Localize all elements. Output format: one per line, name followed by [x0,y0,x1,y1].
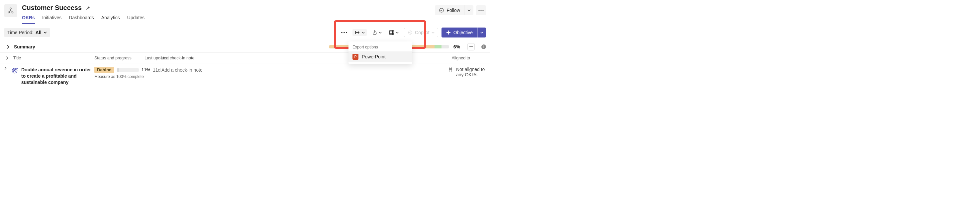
export-menu: Export options P PowerPoint [348,41,412,64]
tab-initiatives[interactable]: Initiatives [42,15,62,24]
tab-dashboards[interactable]: Dashboards [69,15,94,24]
export-item-label: PowerPoint [362,54,386,59]
chevron-down-icon [43,31,47,34]
svg-point-0 [10,8,11,9]
follow-label: Follow [447,8,460,13]
chevron-down-icon [379,31,382,34]
summary-label: Summary [14,44,35,49]
svg-point-12 [410,32,411,33]
svg-rect-13 [469,46,473,47]
grid-view-button[interactable] [387,28,401,36]
hierarchy-icon[interactable] [4,4,17,17]
aligned-to: Not aligned to any OKRs [456,66,485,77]
chevron-down-icon [431,31,434,34]
page-title: Customer Success [22,4,82,12]
svg-point-7 [341,32,342,33]
col-title: Title [13,56,21,60]
col-aligned: Aligned to [452,56,470,60]
new-objective-button: Objective [442,27,486,38]
tab-okrs[interactable]: OKRs [22,15,35,24]
copilot-icon [407,30,413,35]
svg-point-16 [14,70,15,71]
share-icon [372,30,377,35]
tab-updates[interactable]: Updates [127,15,145,24]
measure-label: Measure as 100% complete [94,74,150,79]
row-progress-bar [117,68,139,72]
svg-point-8 [344,32,345,33]
new-objective-main[interactable]: Objective [442,27,477,38]
info-icon[interactable]: i [481,44,486,49]
expand-icon [355,30,360,35]
svg-rect-10 [390,30,394,35]
pin-icon[interactable] [85,5,91,11]
share-button[interactable] [370,28,384,36]
svg-point-5 [480,10,481,11]
status-badge: Behind [94,66,114,73]
plus-icon [446,30,451,35]
copilot-button[interactable]: Copilot [404,28,438,37]
time-period-chip[interactable]: Time Period: All [4,28,50,37]
svg-point-1 [8,12,9,13]
powerpoint-icon: P [352,54,358,60]
checkin-note-input[interactable]: Add a check-in note [161,67,203,73]
follow-caret[interactable] [464,5,473,15]
svg-point-2 [12,12,13,13]
chevron-down-icon [362,31,365,34]
okr-row[interactable]: Double annual revenue in order to create… [0,63,490,89]
target-icon [11,67,18,74]
title-expand-chevron[interactable] [4,56,10,60]
tab-analytics[interactable]: Analytics [101,15,120,24]
export-item-powerpoint[interactable]: P PowerPoint [348,51,412,62]
chevron-down-icon [396,31,399,34]
export-menu-title: Export options [348,43,412,51]
svg-point-3 [439,8,444,12]
svg-point-4 [478,10,479,11]
summary-expand-chevron[interactable] [4,45,12,49]
check-circle-icon [439,8,444,13]
time-period-label: Time Period: [7,30,33,35]
last-updated: 11d [153,67,161,73]
toolbar-more-button[interactable] [339,30,349,35]
col-status: Status and progress [94,56,148,60]
collapse-summary-button[interactable] [468,43,475,51]
col-note: Last check-in note [161,56,194,60]
checkin-icon [145,68,150,72]
copilot-label: Copilot [415,30,430,35]
header-more-button[interactable] [476,5,486,15]
svg-point-9 [346,32,347,33]
new-objective-caret[interactable] [477,27,486,38]
svg-point-11 [409,31,412,35]
summary-percent: 6% [453,44,460,49]
time-period-value: All [35,30,41,35]
alignment-icon [448,66,453,73]
follow-button-group: Follow [435,5,473,15]
follow-button[interactable]: Follow [435,6,464,15]
expand-button[interactable] [352,29,367,36]
okr-title: Double annual revenue in order to create… [21,66,94,86]
grid-icon [389,30,395,35]
svg-point-6 [482,10,484,11]
new-objective-label: Objective [453,30,473,35]
tabs: OKRs Initiatives Dashboards Analytics Up… [22,15,145,24]
row-expand-chevron[interactable] [4,66,6,70]
